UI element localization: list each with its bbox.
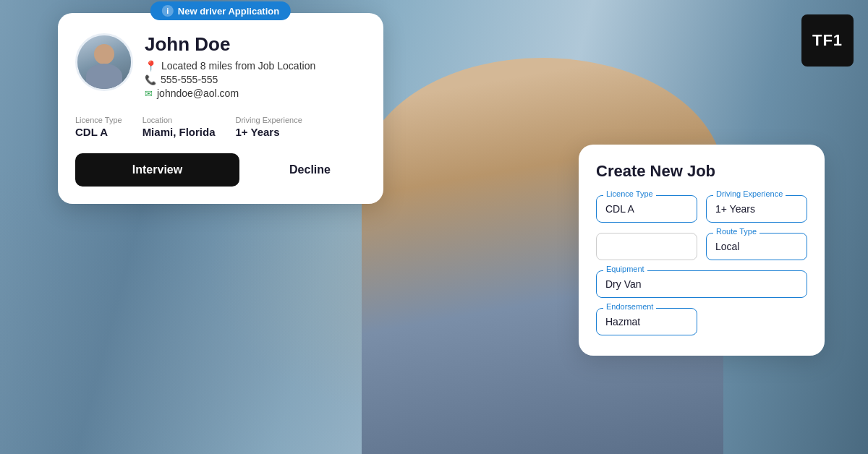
field-licence-type-label: Licence Type (603, 189, 656, 198)
field-licence-type: Licence Type (596, 195, 697, 223)
field-driving-experience-label: Driving Experience (713, 189, 786, 198)
field-driving-experience: Driving Experience (706, 195, 807, 223)
email-text: johndoe@aol.com (157, 87, 239, 99)
interview-button[interactable]: Interview (75, 153, 239, 187)
notification-label: New driver Application (178, 6, 279, 17)
driver-details: Licence Type CDL A Location Miami, Flori… (75, 113, 366, 139)
email-icon: ✉ (145, 88, 153, 99)
field-route-type-label: Route Type (713, 227, 760, 236)
field-empty-left (596, 233, 697, 260)
notification-badge: i New driver Application (150, 1, 291, 20)
field-endorsement-input[interactable] (596, 308, 697, 335)
location-label: Location (142, 116, 216, 124)
phone-icon: 📞 (145, 74, 156, 85)
field-licence-type-input[interactable] (596, 195, 697, 223)
job-form: Licence Type Driving Experience Route Ty… (596, 195, 807, 335)
driver-application-card: i New driver Application John Doe 📍 Loca… (58, 13, 383, 204)
driver-name: John Doe (145, 33, 315, 56)
email-row: ✉ johndoe@aol.com (145, 87, 315, 99)
location-detail: Location Miami, Florida (142, 116, 216, 139)
field-driving-experience-input[interactable] (706, 195, 807, 223)
field-equipment: Equipment (596, 270, 807, 298)
avatar-image (77, 35, 131, 89)
field-endorsement-label: Endorsement (603, 302, 656, 311)
experience-label: Driving Experience (235, 116, 302, 124)
location-text: Located 8 miles from Job Location (161, 60, 315, 72)
experience-detail: Driving Experience 1+ Years (235, 116, 302, 139)
avatar (75, 33, 133, 91)
location-row: 📍 Located 8 miles from Job Location (145, 60, 315, 72)
job-card-title: Create New Job (596, 162, 807, 181)
experience-value: 1+ Years (235, 126, 279, 138)
field-endorsement: Endorsement (596, 308, 697, 335)
field-equipment-input[interactable] (596, 270, 807, 298)
card-actions: Interview Decline (75, 153, 366, 187)
decline-button[interactable]: Decline (254, 163, 366, 176)
field-empty-left-input[interactable] (596, 233, 697, 260)
licence-value: CDL A (75, 126, 108, 138)
driver-header: John Doe 📍 Located 8 miles from Job Loca… (75, 33, 366, 101)
licence-detail: Licence Type CDL A (75, 116, 122, 139)
create-job-card: Create New Job Licence Type Driving Expe… (579, 145, 825, 356)
driver-info: John Doe 📍 Located 8 miles from Job Loca… (145, 33, 315, 101)
field-route-type-input[interactable] (706, 233, 807, 260)
licence-label: Licence Type (75, 116, 122, 124)
info-icon: i (162, 5, 174, 17)
location-icon: 📍 (145, 60, 157, 72)
location-value: Miami, Florida (142, 126, 216, 138)
tf1-logo: TF1 (801, 14, 854, 67)
phone-text: 555-555-555 (161, 74, 218, 85)
field-route-type: Route Type (706, 233, 807, 260)
field-equipment-label: Equipment (603, 265, 647, 273)
phone-row: 📞 555-555-555 (145, 74, 315, 85)
